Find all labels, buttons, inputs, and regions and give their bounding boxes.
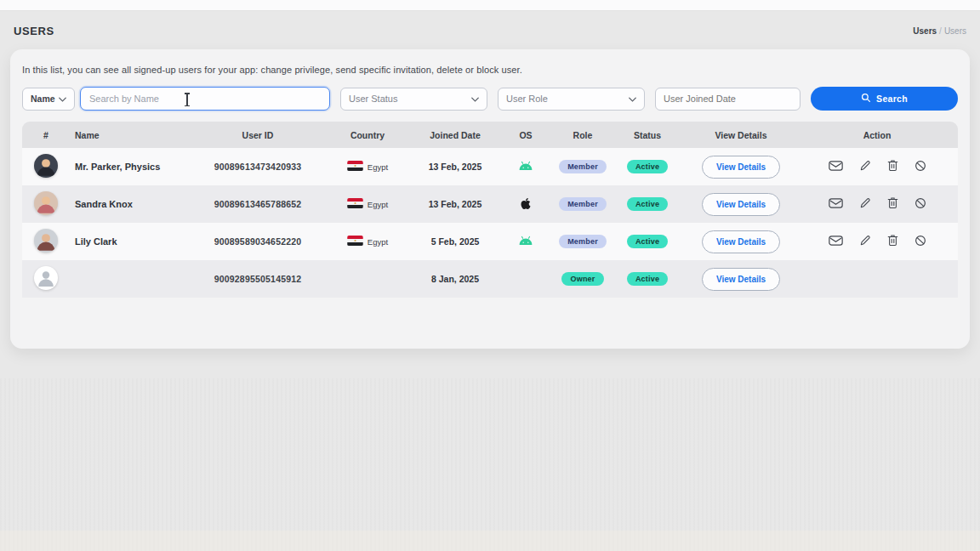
breadcrumb-root[interactable]: Users: [913, 26, 937, 36]
user-role-select[interactable]: User Role: [498, 88, 645, 111]
role-badge: Member: [559, 235, 607, 248]
country-label: Egypt: [368, 200, 388, 209]
breadcrumb: Users/Users: [913, 26, 966, 36]
cell-joined-date: 8 Jan, 2025: [415, 274, 495, 284]
cell-actions: [796, 195, 958, 213]
user-role-select-placeholder: User Role: [506, 94, 548, 104]
cell-country: Egypt: [320, 161, 415, 173]
placeholder-avatar: [34, 266, 58, 292]
egypt-flag-icon: [347, 198, 363, 210]
trash-action-button[interactable]: [886, 232, 900, 251]
block-icon: [914, 197, 926, 212]
users-card: In this list, you can see all signed-up …: [10, 49, 970, 349]
view-details-button[interactable]: View Details: [702, 193, 780, 216]
cell-view-details: View Details: [686, 156, 796, 179]
cell-name: Sandra Knox: [70, 199, 196, 209]
column-header-role: Role: [556, 130, 609, 140]
cell-os: [495, 161, 556, 173]
bottom-band: [0, 531, 980, 551]
view-details-button[interactable]: View Details: [702, 268, 780, 291]
search-button-label: Search: [876, 94, 908, 104]
country-label: Egypt: [368, 237, 388, 247]
cell-actions: [796, 157, 958, 176]
trash-icon: [887, 196, 898, 212]
user-status-select[interactable]: User Status: [340, 88, 487, 111]
view-details-button[interactable]: View Details: [702, 156, 780, 179]
mail-action-button[interactable]: [827, 232, 845, 251]
trash-icon: [887, 159, 898, 174]
block-action-button[interactable]: [913, 157, 928, 176]
cell-joined-date: 5 Feb, 2025: [415, 236, 495, 247]
breadcrumb-current: Users: [944, 26, 966, 36]
cell-role: Member: [556, 197, 609, 211]
column-header-user-id: User ID: [196, 130, 320, 140]
chevron-down-icon: [471, 94, 479, 104]
cell-view-details: View Details: [686, 230, 796, 253]
status-badge: Active: [627, 235, 668, 248]
page-title: USERS: [14, 25, 54, 37]
cell-role: Member: [556, 160, 609, 173]
user-joined-date-field: [655, 88, 801, 111]
edit-icon: [859, 235, 871, 249]
table-row: Mr. Parker, Physics90089613473420933Egyp…: [22, 148, 958, 185]
column-header-status: Status: [609, 130, 686, 140]
column-header-action: Action: [796, 130, 958, 140]
edit-action-button[interactable]: [858, 195, 873, 213]
filter-bar: Name User Status User Role: [22, 87, 958, 111]
country-label: Egypt: [368, 162, 388, 172]
role-badge: Owner: [561, 272, 603, 286]
search-icon: [861, 93, 871, 105]
background-texture: [0, 378, 980, 551]
search-by-name-input[interactable]: [81, 94, 329, 104]
search-field-selector[interactable]: Name: [22, 88, 75, 111]
text-cursor-ibeam: [186, 94, 188, 105]
trash-action-button[interactable]: [886, 195, 900, 213]
block-action-button[interactable]: [913, 195, 928, 213]
table-row: Sandra Knox90089613465788652Egypt13 Feb,…: [22, 185, 958, 223]
column-header-view-details: View Details: [686, 130, 796, 140]
block-action-button[interactable]: [913, 232, 928, 251]
cell-role: Member: [556, 235, 609, 248]
egypt-flag-icon: [347, 161, 363, 173]
trash-action-button[interactable]: [886, 157, 900, 176]
chevron-down-icon: [59, 94, 66, 104]
column-header-num: #: [22, 130, 70, 140]
cell-view-details: View Details: [686, 193, 796, 216]
view-details-button[interactable]: View Details: [702, 230, 780, 253]
users-table: #NameUser IDCountryJoined DateOSRoleStat…: [22, 122, 958, 298]
apple-icon: [521, 197, 531, 212]
android-icon: [518, 161, 533, 173]
role-badge: Member: [559, 197, 607, 211]
cell-user-id: 90089613465788652: [196, 199, 320, 209]
search-button[interactable]: Search: [811, 87, 958, 111]
top-strip: [0, 0, 980, 11]
user-status-select-placeholder: User Status: [349, 94, 397, 104]
user-avatar: [34, 154, 58, 179]
cell-joined-date: 13 Feb, 2025: [415, 199, 495, 209]
chevron-down-icon: [629, 94, 636, 104]
cell-role: Owner: [556, 272, 609, 286]
cell-avatar: [22, 154, 70, 179]
edit-action-button[interactable]: [858, 232, 873, 251]
column-header-os: OS: [495, 130, 556, 140]
table-header-row: #NameUser IDCountryJoined DateOSRoleStat…: [22, 122, 958, 148]
cell-status: Active: [609, 272, 686, 286]
cell-user-id: 90089589034652220: [196, 236, 320, 247]
user-avatar: [34, 191, 58, 217]
mail-action-button[interactable]: [827, 195, 845, 213]
mail-action-button[interactable]: [827, 157, 845, 176]
egypt-flag-icon: [347, 236, 363, 247]
cell-country: Egypt: [320, 236, 415, 247]
edit-action-button[interactable]: [858, 157, 873, 176]
status-badge: Active: [627, 197, 668, 211]
block-icon: [914, 235, 926, 249]
edit-icon: [859, 160, 871, 174]
trash-icon: [887, 234, 898, 249]
block-icon: [914, 160, 926, 174]
cell-status: Active: [609, 160, 686, 173]
user-joined-date-input[interactable]: [664, 94, 792, 104]
cell-os: [495, 197, 556, 212]
table-row: 900928955051459128 Jan, 2025OwnerActiveV…: [22, 260, 958, 298]
search-by-name-field: [80, 87, 330, 111]
mail-icon: [829, 197, 843, 212]
